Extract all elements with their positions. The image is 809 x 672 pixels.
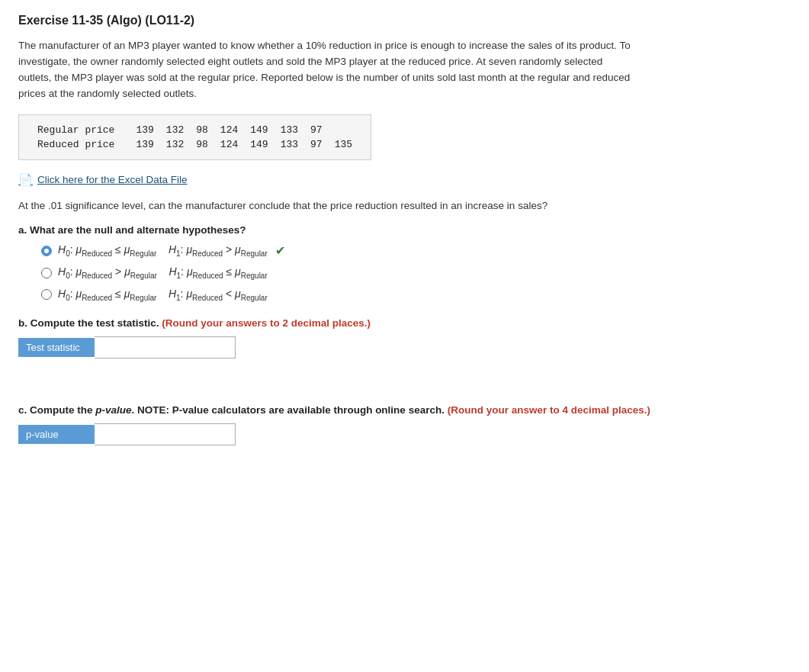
part-b-instruction: (Round your answers to 2 decimal places.… [162, 317, 371, 329]
desc-line-2: investigate, the owner randomly selected… [18, 56, 602, 67]
part-c-section: c. Compute the p-value. NOTE: P-value ca… [18, 404, 791, 445]
reduced-v3: 98 [190, 137, 214, 152]
reduced-v6: 133 [274, 137, 304, 152]
hypotheses-section: H0: μReduced ≤ μRegular H1: μReduced > μ… [41, 243, 791, 302]
part-c-input-row: p-value [18, 423, 791, 445]
data-table: Regular price 139 132 98 124 149 133 97 … [31, 123, 358, 152]
hypothesis-option-1[interactable]: H0: μReduced ≤ μRegular H1: μReduced > μ… [41, 243, 791, 258]
exercise-description: The manufacturer of an MP3 player wanted… [18, 38, 791, 102]
hypothesis-option-2[interactable]: H0: μReduced > μRegular H1: μReduced ≤ μ… [41, 265, 791, 280]
reduced-v8: 135 [329, 137, 358, 152]
hypothesis-text-2: H0: μReduced > μRegular H1: μReduced ≤ μ… [58, 265, 268, 280]
desc-line-1: The manufacturer of an MP3 player wanted… [18, 40, 631, 51]
test-statistic-input[interactable] [95, 336, 236, 359]
part-c-label: c. Compute the p-value. NOTE: P-value ca… [18, 404, 791, 416]
regular-v8 [329, 123, 358, 137]
excel-icon: 📄 [18, 173, 33, 187]
regular-v3: 98 [190, 123, 214, 137]
desc-line-3: outlets, the MP3 player was sold at the … [18, 72, 630, 83]
part-c-after: . NOTE: P-value calculators are availabl… [132, 404, 448, 416]
part-b-label: b. Compute the test statistic. (Round yo… [18, 317, 791, 329]
reduced-v5: 149 [244, 137, 274, 152]
part-b-section: b. Compute the test statistic. (Round yo… [18, 317, 791, 359]
hypothesis-text-3: H0: μReduced ≤ μRegular H1: μReduced < μ… [58, 288, 268, 302]
radio-1[interactable] [41, 246, 52, 256]
regular-v5: 149 [244, 123, 274, 137]
hypothesis-option-3[interactable]: H0: μReduced ≤ μRegular H1: μReduced < μ… [41, 288, 791, 302]
hypothesis-text-1: H0: μReduced ≤ μRegular H1: μReduced > μ… [58, 243, 268, 258]
regular-v2: 132 [160, 123, 190, 137]
table-row-regular: Regular price 139 132 98 124 149 133 97 [31, 123, 358, 137]
reduced-v7: 97 [304, 137, 329, 152]
reduced-v1: 139 [130, 137, 159, 152]
regular-v6: 133 [274, 123, 304, 137]
part-b-static-label: b. Compute the test statistic. [18, 317, 159, 329]
radio-2[interactable] [41, 268, 52, 278]
reduced-price-label: Reduced price [31, 137, 130, 152]
desc-line-4: prices at the randomly selected outlets. [18, 88, 197, 99]
regular-v1: 139 [130, 123, 159, 137]
test-statistic-label: Test statistic [18, 338, 95, 357]
part-c-static: c. Compute the [18, 404, 95, 416]
exercise-title: Exercise 11-35 (Algo) (LO11-2) [18, 14, 791, 27]
excel-link[interactable]: 📄 Click here for the Excel Data File [18, 173, 791, 187]
p-value-word: p-value [95, 404, 131, 416]
part-b-input-row: Test statistic [18, 336, 791, 359]
regular-v7: 97 [304, 123, 329, 137]
significance-question: At the .01 significance level, can the m… [18, 198, 791, 214]
part-a-label: a. What are the null and alternate hypot… [18, 224, 791, 236]
data-table-container: Regular price 139 132 98 124 149 133 97 … [18, 114, 371, 160]
check-icon-1: ✔ [275, 243, 285, 258]
p-value-label: p-value [18, 425, 95, 444]
regular-price-label: Regular price [31, 123, 130, 137]
table-row-reduced: Reduced price 139 132 98 124 149 133 97 … [31, 137, 358, 152]
part-c-instruction: (Round your answer to 4 decimal places.) [448, 404, 650, 416]
p-value-input[interactable] [95, 423, 236, 445]
excel-link-text[interactable]: Click here for the Excel Data File [37, 174, 188, 185]
reduced-v4: 124 [214, 137, 244, 152]
reduced-v2: 132 [160, 137, 190, 152]
regular-v4: 124 [214, 123, 244, 137]
radio-3[interactable] [41, 289, 52, 300]
